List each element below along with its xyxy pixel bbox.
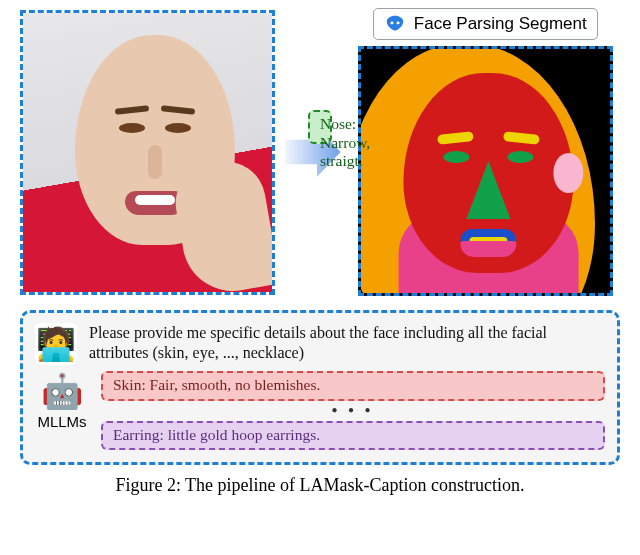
prompt-row: 🧑‍💻 Please provide me specific details a…	[35, 323, 605, 365]
user-avatar-icon: 🧑‍💻	[35, 323, 77, 365]
segmentation-output	[358, 46, 613, 296]
backdrop-text-2: epi	[31, 228, 97, 282]
mllm-dialog: 🧑‍💻 Please provide me specific details a…	[20, 310, 620, 465]
input-photo: o epi	[20, 10, 275, 295]
mllm-side: 🤖 MLLMs	[35, 371, 89, 430]
photo-teeth	[135, 195, 175, 205]
segmentation-label-text: Face Parsing Segment	[414, 14, 587, 34]
robot-icon: 🤖	[41, 371, 83, 411]
photo-eye-right	[165, 123, 191, 133]
response-skin: Skin: Fair, smooth, no blemishes.	[101, 371, 605, 401]
photo-brow-right	[161, 105, 195, 115]
prompt-text: Please provide me specific details about…	[89, 323, 605, 363]
seg-region-face	[404, 73, 574, 273]
response-nose: Nose: Narrow, straigt.	[308, 110, 332, 144]
photo-brow-left	[115, 105, 149, 115]
mask-icon	[384, 13, 406, 35]
seg-region-nose	[467, 161, 511, 219]
mllm-label: MLLMs	[37, 413, 86, 430]
response-row: 🤖 MLLMs Skin: Fair, smooth, no blemishes…	[35, 371, 605, 450]
ellipsis-icon: ● ● ●	[101, 407, 605, 415]
photo-nose	[148, 145, 162, 179]
seg-region-lower-lip	[461, 241, 517, 257]
seg-region-brow-right	[503, 132, 540, 146]
response-earring: Earring: little gold hoop earrings.	[101, 421, 605, 451]
segmentation-column: Face Parsing Segment	[351, 8, 620, 296]
segmentation-label-box: Face Parsing Segment	[373, 8, 598, 40]
seg-region-ear	[554, 153, 584, 193]
figure-caption: Figure 2: The pipeline of LAMask-Caption…	[0, 475, 640, 496]
seg-region-brow-left	[437, 132, 474, 146]
seg-region-eye-right	[508, 151, 534, 163]
photo-eye-left	[119, 123, 145, 133]
response-list: Skin: Fair, smooth, no blemishes. Nose: …	[101, 371, 605, 450]
